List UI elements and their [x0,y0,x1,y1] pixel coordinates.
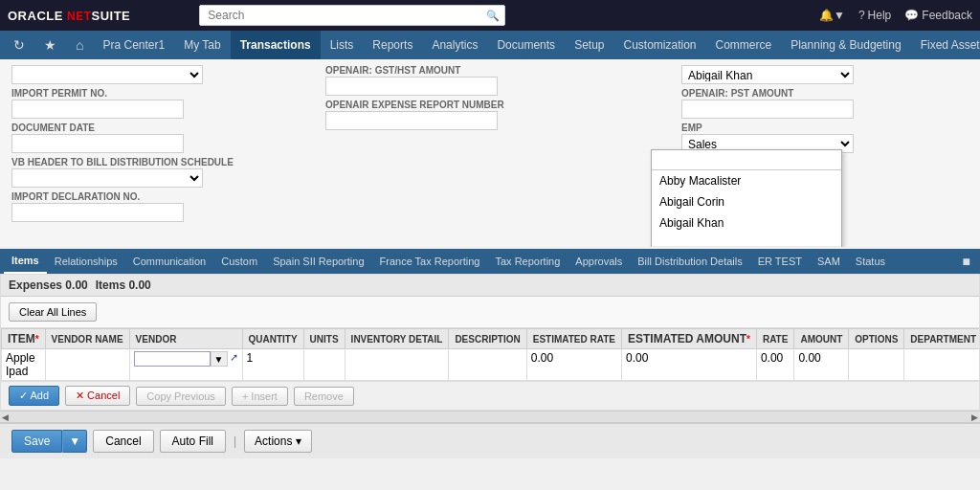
import-permit-field [11,65,318,84]
sub-tab-relationships[interactable]: Relationships [47,249,125,274]
nav-tab-documents[interactable]: Documents [487,31,565,59]
row-action-toolbar: ✓ Add ✕ Cancel Copy Previous + Insert Re… [1,381,979,410]
scroll-left-arrow[interactable]: ◀ [2,412,9,422]
sub-tab-tax-reporting[interactable]: Tax Reporting [487,249,568,274]
sub-tab-communication[interactable]: Communication [125,249,213,274]
insert-button[interactable]: + Insert [232,387,288,406]
rate-value: 0.00 [761,351,783,365]
openair-expense-field: OPENAIR EXPENSE REPORT NUMBER [325,100,674,130]
items-panel: Expenses 0.00 Items 0.00 Clear All Lines… [0,274,980,411]
items-table-wrapper: ITEM* VENDOR NAME VENDOR QUANTITY UNITS … [1,328,979,381]
nav-tab-lists[interactable]: Lists [321,31,364,59]
add-button[interactable]: ✓ Add [9,386,59,406]
feedback-button[interactable]: 💬 Feedback [904,9,972,22]
cell-estimated-amount: 0.00 [622,349,757,381]
nav-tab-favorites[interactable]: ★ [34,31,66,59]
vendor-input[interactable] [134,351,211,367]
import-declaration-field: IMPORT DECLARATION NO. [11,191,318,222]
dropdown-item-more[interactable]: ... [652,234,841,247]
nav-tab-reports[interactable]: Reports [363,31,422,59]
dropdown-item-abigail-khan[interactable]: Abigail Khan [652,212,841,234]
nav-tab-pra-center[interactable]: Pra Center1 [93,31,174,59]
nav-tab-analytics[interactable]: Analytics [422,31,487,59]
openair-expense-input[interactable] [325,111,498,130]
nav-tab-planning[interactable]: Planning & Budgeting [781,31,910,59]
cell-quantity: 1 [242,349,303,381]
vendor-dropdown-btn[interactable]: ▼ [211,351,228,367]
help-button[interactable]: ? Help [858,9,891,22]
openair-pst-input[interactable] [681,100,854,119]
scroll-right-arrow[interactable]: ▶ [971,412,978,422]
nav-tab-home[interactable]: ⌂ [66,31,93,59]
col-header-vendor-name: VENDOR NAME [45,329,129,349]
import-declaration-input[interactable] [11,203,184,222]
import-permit-select[interactable] [11,65,203,84]
nav-tab-setup[interactable]: Setup [565,31,613,59]
sub-tab-spain-sii[interactable]: Spain SII Reporting [265,249,371,274]
abigail-khan-select[interactable]: Abigail Khan [681,65,854,84]
cancel-row-button[interactable]: ✕ Cancel [65,386,130,406]
save-dropdown-button[interactable]: ▼ [62,430,87,453]
nav-tab-my-tab[interactable]: My Tab [174,31,230,59]
import-declaration-label: IMPORT DECLARATION NO. [11,191,318,202]
vb-header-field: VB HEADER TO BILL DISTRIBUTION SCHEDULE [11,157,318,188]
col-header-quantity: QUANTITY [242,329,303,349]
table-row: Apple Ipad ▼ ➚ 1 [2,349,980,381]
actions-button[interactable]: Actions ▾ [244,430,312,453]
cell-department [904,349,979,381]
sub-tab-sam[interactable]: SAM [810,249,848,274]
document-date-input[interactable] [11,134,184,153]
sub-tab-bill-dist[interactable]: Bill Distribution Details [630,249,749,274]
sub-tab-france-tax[interactable]: France Tax Reporting [372,249,488,274]
cell-amount: 0.00 [794,349,849,381]
clear-all-lines-button[interactable]: Clear All Lines [9,302,97,322]
top-navigation-bar: ORACLE NETSUITE 🔍 🔔▼ ? Help 💬 Feedback [0,0,980,31]
search-input[interactable] [199,5,505,26]
save-button[interactable]: Save [11,430,62,453]
vendor-dropdown: Abby Macalister Abigail Corin Abigail Kh… [651,149,842,247]
nav-tab-transactions[interactable]: Transactions [231,31,321,59]
top-bar-actions: 🔔▼ ? Help 💬 Feedback [819,9,972,22]
col-header-estimated-amount: ESTIMATED AMOUNT* [622,329,757,349]
openair-gst-field: OPENAIR: GST/HST AMOUNT [325,65,674,96]
openair-expense-label: OPENAIR EXPENSE REPORT NUMBER [325,100,674,110]
notifications-icon[interactable]: 🔔▼ [819,9,845,22]
nav-tab-customization[interactable]: Customization [613,31,705,59]
table-header-row: ITEM* VENDOR NAME VENDOR QUANTITY UNITS … [2,329,980,349]
col-header-estimated-rate: ESTIMATED RATE [526,329,621,349]
bottom-action-bar: Save ▼ Cancel Auto Fill | Actions ▾ [0,422,980,458]
dropdown-item-abigail-corin[interactable]: Abigail Corin [652,191,841,212]
openair-pst-label: OPENAIR: PST AMOUNT [681,88,969,99]
remove-button[interactable]: Remove [294,387,354,406]
main-nav-tabs: ↻ ★ ⌂ Pra Center1 My Tab Transactions Li… [0,31,980,59]
cancel-button[interactable]: Cancel [93,430,153,453]
copy-previous-button[interactable]: Copy Previous [136,387,226,406]
cell-rate: 0.00 [756,349,793,381]
col-header-options: OPTIONS [849,329,904,349]
col-header-inventory-detail: INVENTORY DETAIL [345,329,449,349]
vendor-external-link[interactable]: ➚ [230,351,238,367]
sub-tab-er-test[interactable]: ER TEST [750,249,810,274]
col-header-department: DEPARTMENT [904,329,979,349]
dropdown-search-input[interactable] [652,150,841,170]
quantity-value: 1 [247,351,254,365]
sub-tab-approvals[interactable]: Approvals [568,249,630,274]
autofill-button[interactable]: Auto Fill [160,430,226,453]
sub-tab-items[interactable]: Items [4,249,47,274]
document-date-field: DOCUMENT DATE [11,122,318,153]
nav-tab-refresh[interactable]: ↻ [4,31,34,59]
openair-gst-input[interactable] [325,77,498,96]
nav-tab-fixed-assets[interactable]: Fixed Assets [911,31,980,59]
vb-header-select[interactable] [11,168,203,188]
upper-middle-column: OPENAIR: GST/HST AMOUNT OPENAIR EXPENSE … [325,65,674,226]
dropdown-item-abby[interactable]: Abby Macalister [652,170,841,191]
import-permit-no-input[interactable] [11,100,184,119]
tab-collapse-button[interactable]: ■ [957,254,976,269]
document-date-label: DOCUMENT DATE [11,122,318,133]
items-panel-header: Expenses 0.00 Items 0.00 [1,275,979,297]
sub-tab-status[interactable]: Status [848,249,893,274]
estimated-rate-value: 0.00 [531,351,553,365]
sub-tab-custom[interactable]: Custom [213,249,265,274]
nav-tab-commerce[interactable]: Commerce [706,31,782,59]
abigail-khan-field: Abigail Khan [681,65,969,84]
